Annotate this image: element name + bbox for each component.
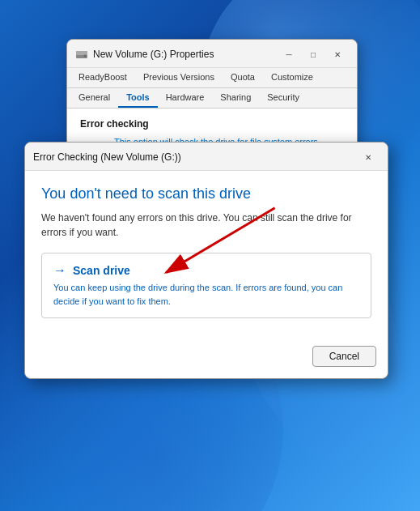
svg-point-2 xyxy=(84,55,87,57)
dialog-title: Error Checking (New Volume (G:)) xyxy=(33,151,181,163)
properties-window-title: New Volume (G:) Properties xyxy=(93,49,214,60)
tab-previous-versions[interactable]: Previous Versions xyxy=(135,68,223,87)
close-button[interactable]: ✕ xyxy=(326,46,349,62)
dialog-footer: Cancel xyxy=(25,339,388,378)
window-controls: ─ □ ✕ xyxy=(278,46,349,62)
tab-quota[interactable]: Quota xyxy=(223,68,263,87)
titlebar-left: New Volume (G:) Properties xyxy=(75,48,214,61)
dialog-body: You don't need to scan this drive We hav… xyxy=(25,171,388,339)
dialog-heading: You don't need to scan this drive xyxy=(41,185,371,202)
properties-titlebar: New Volume (G:) Properties ─ □ ✕ xyxy=(67,40,357,68)
dialog-close-button[interactable]: ✕ xyxy=(357,149,380,165)
arrow-icon: → xyxy=(53,263,66,278)
maximize-button[interactable]: □ xyxy=(302,46,325,62)
scan-drive-description: You can keep using the drive during the … xyxy=(53,281,359,308)
scan-drive-label: → Scan drive xyxy=(53,263,359,278)
tab-customize[interactable]: Customize xyxy=(263,68,321,87)
error-checking-title: Error checking xyxy=(80,118,344,130)
tab-readyboost[interactable]: ReadyBoost xyxy=(70,68,135,87)
scan-drive-text: Scan drive xyxy=(73,264,130,277)
tab-hardware[interactable]: Hardware xyxy=(158,88,213,108)
drive-icon xyxy=(75,48,88,61)
tab-tools[interactable]: Tools xyxy=(118,88,158,108)
dialog-titlebar: Error Checking (New Volume (G:)) ✕ xyxy=(25,143,388,171)
tabs-row-1: ReadyBoost Previous Versions Quota Custo… xyxy=(67,68,357,88)
tabs-row-2: General Tools Hardware Sharing Security xyxy=(67,88,357,109)
scan-drive-option[interactable]: → Scan drive You can keep using the driv… xyxy=(41,253,371,318)
error-checking-dialog: Error Checking (New Volume (G:)) ✕ You d… xyxy=(24,142,388,379)
tab-sharing[interactable]: Sharing xyxy=(212,88,259,108)
dialog-cancel-button[interactable]: Cancel xyxy=(312,346,376,367)
svg-rect-1 xyxy=(76,51,87,55)
dialog-subtitle: We haven't found any errors on this driv… xyxy=(41,211,371,240)
tab-security[interactable]: Security xyxy=(259,88,308,108)
tab-general[interactable]: General xyxy=(70,88,118,108)
minimize-button[interactable]: ─ xyxy=(278,46,300,62)
